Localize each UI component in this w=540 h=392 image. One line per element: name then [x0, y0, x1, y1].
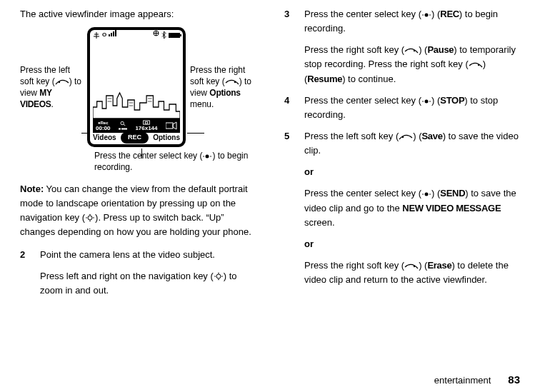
svg-point-20: [89, 220, 91, 221]
camcorder-segment: [166, 121, 177, 130]
right-softkey-icon: [404, 43, 419, 57]
step-3: 3 Press the center select key () (REC) t…: [284, 7, 520, 86]
note-text: Note: You can change the view from the d…: [20, 182, 261, 240]
step2-line2: Press left and right on the navigation k…: [40, 269, 261, 298]
svg-rect-7: [119, 128, 127, 129]
svg-point-12: [234, 81, 235, 83]
center-select-icon: [421, 7, 431, 21]
svg-point-24: [218, 273, 219, 274]
step-number: 2: [20, 248, 30, 298]
softkey-bar: Videos REC Options: [90, 133, 183, 144]
soft-left-label[interactable]: Videos: [93, 132, 116, 144]
info-bar: ●Rec 00:00 176x144: [93, 119, 180, 133]
step2-line1: Point the camera lens at the video subje…: [40, 248, 261, 262]
svg-point-13: [206, 155, 209, 159]
svg-point-21: [216, 274, 221, 278]
center-select-icon: [202, 150, 212, 161]
intro-text: The active viewfinder image appears:: [20, 7, 261, 21]
callout-right: Press the right soft key () to view Opti…: [190, 64, 261, 111]
svg-point-35: [425, 193, 429, 196]
left-softkey-icon: [399, 129, 413, 144]
page-footer: entertainment 83: [434, 371, 520, 388]
svg-rect-8: [121, 127, 121, 130]
svg-point-25: [218, 279, 219, 281]
svg-point-17: [86, 217, 87, 218]
step3-line1: Press the center select key () (REC) to …: [304, 7, 520, 36]
svg-point-34: [402, 136, 404, 138]
soft-center-label[interactable]: REC: [121, 132, 149, 144]
callout-center: Press the center select key () to begin …: [94, 150, 261, 173]
svg-point-31: [425, 99, 429, 103]
svg-point-0: [58, 81, 59, 83]
svg-point-32: [422, 101, 424, 102]
step-2: 2 Point the camera lens at the video sub…: [20, 248, 261, 298]
svg-point-38: [414, 266, 415, 267]
svg-rect-1: [109, 34, 110, 36]
svg-point-26: [425, 14, 429, 17]
or-label: or: [304, 165, 520, 179]
svg-rect-3: [113, 31, 114, 36]
svg-point-37: [429, 194, 431, 196]
svg-point-16: [88, 216, 92, 220]
svg-rect-11: [166, 123, 173, 129]
or-label: or: [304, 237, 520, 251]
svg-point-15: [211, 156, 212, 157]
step5-erase: Press the right soft key () (Erase) to d…: [304, 258, 520, 287]
status-bar: O: [90, 30, 183, 40]
location-icon: [153, 30, 159, 40]
step5-save: Press the left soft key () (Save) to sav…: [304, 129, 520, 158]
phone-viewfinder: O: [87, 27, 186, 147]
svg-point-19: [89, 213, 91, 215]
right-softkey-icon: [225, 76, 239, 87]
svg-point-33: [429, 101, 431, 102]
svg-point-30: [478, 64, 479, 66]
step-4: 4 Press the center select key () (STOP) …: [284, 94, 520, 122]
page-number: 83: [508, 371, 520, 388]
right-softkey-icon: [469, 57, 483, 71]
svg-point-18: [93, 217, 94, 218]
svg-point-22: [214, 276, 216, 277]
callout-left: Press the left soft key () to view MY VI…: [20, 64, 83, 111]
svg-rect-2: [111, 33, 112, 36]
left-softkey-icon: [55, 76, 69, 87]
nav-key-icon: [214, 269, 224, 283]
step-number: 3: [284, 7, 294, 86]
resolution-segment: 176x144: [135, 120, 157, 131]
viewfinder-figure: Press the left soft key () to view MY VI…: [20, 27, 261, 173]
nav-key-icon: [85, 211, 95, 225]
bars-icon: [109, 30, 117, 40]
battery-icon: [169, 33, 180, 38]
bluetooth-icon: [161, 31, 166, 39]
signal-icon: [93, 32, 100, 39]
center-select-icon: [421, 186, 431, 201]
svg-rect-10: [145, 122, 148, 124]
step-number: 4: [284, 94, 294, 122]
skyline-graphic: [93, 86, 180, 119]
svg-point-28: [429, 14, 431, 16]
step3-line2: Press the right soft key () (Pause) to t…: [304, 43, 520, 86]
step-5: 5 Press the left soft key () (Save) to s…: [284, 129, 520, 287]
rec-time-segment: ●Rec 00:00: [96, 121, 110, 131]
carrier-label: O: [102, 31, 106, 39]
svg-rect-4: [115, 30, 116, 36]
step5-send: Press the center select key () (SEND) to…: [304, 186, 520, 229]
svg-point-23: [221, 276, 223, 277]
svg-point-6: [121, 121, 124, 124]
viewfinder-area: [93, 40, 180, 119]
svg-point-27: [422, 14, 424, 16]
svg-point-36: [422, 194, 424, 196]
step4-line: Press the center select key () (STOP) to…: [304, 94, 520, 122]
center-select-icon: [421, 94, 431, 108]
soft-right-label[interactable]: Options: [153, 132, 180, 144]
right-softkey-icon: [404, 258, 419, 273]
step-number: 5: [284, 129, 294, 287]
svg-point-29: [414, 50, 415, 51]
section-label: entertainment: [434, 373, 491, 388]
zoom-segment: [119, 121, 127, 131]
svg-point-14: [204, 156, 205, 157]
